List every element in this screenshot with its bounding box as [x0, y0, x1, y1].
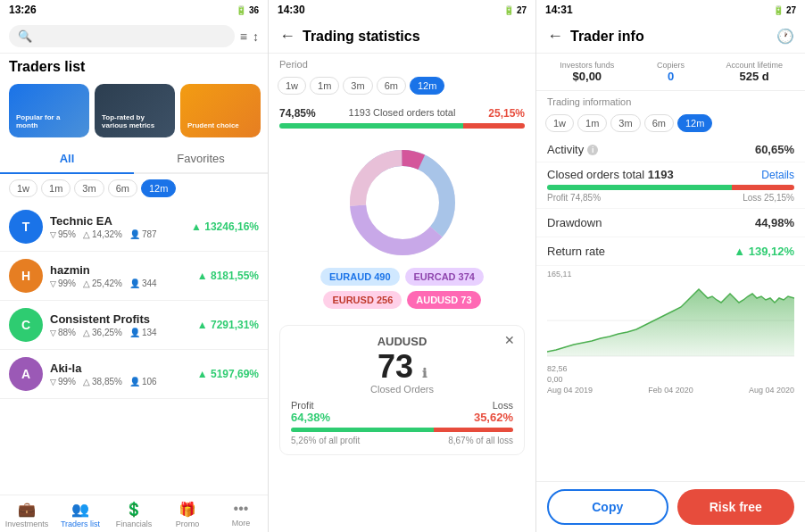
battery-icon-1: 🔋	[236, 5, 246, 15]
chart-mid-label: 82,56	[547, 364, 794, 373]
trader-stats-2: ▽88% △36,25% 👤134	[50, 328, 190, 337]
info-icon-card: ℹ	[422, 366, 427, 380]
history-icon[interactable]: 🕐	[776, 28, 794, 45]
profit-label-card: Profit	[291, 400, 330, 411]
nav-investments[interactable]: 💼 Investments	[0, 501, 54, 528]
nav-financials[interactable]: 💲 Financials	[107, 501, 161, 528]
pill-3m[interactable]: 3m	[74, 179, 104, 197]
copy-button[interactable]: Copy	[547, 489, 668, 525]
profit-value-card: 64,38%	[291, 411, 330, 424]
time-3: 14:31	[545, 4, 573, 16]
tag-eurusd[interactable]: EURUSD 256	[323, 291, 402, 309]
orders-label: Closed orders total 1193	[547, 168, 674, 181]
pill3-12m[interactable]: 12m	[677, 114, 712, 132]
trader-name-0: Technic EA	[50, 214, 184, 228]
tab-favorites[interactable]: Favorites	[134, 145, 268, 172]
pill3-6m[interactable]: 6m	[644, 114, 674, 132]
trader-info-hazmin: hazmin ▽99% △25,42% 👤344	[50, 263, 190, 288]
stats-header: ← Trading statistics	[269, 20, 535, 54]
card-profit: Profit 64,38%	[291, 400, 330, 424]
tag-eurcad[interactable]: EURCAD 374	[405, 268, 484, 286]
chart-section: 165,11 82,56 0,00 Aug 04 2019 Feb 04 202	[536, 266, 805, 481]
progress-labels: 74,85% 1193 Closed orders total 25,15%	[279, 107, 525, 120]
details-link[interactable]: Details	[761, 169, 794, 181]
orders-loss-label: Loss 25,15%	[743, 193, 794, 203]
risk-free-button[interactable]: Risk free	[677, 489, 795, 525]
trader-info-consistent: Consistent Profits ▽88% △36,25% 👤134	[50, 312, 190, 337]
donut-section: EURAUD 490 EURCAD 374 EURUSD 256 AUDUSD …	[269, 136, 535, 318]
filter-icon-1[interactable]: ≡	[240, 29, 247, 44]
growth-icon-1: △	[83, 278, 90, 288]
card-subtitle: Closed Orders	[291, 384, 513, 395]
pill2-3m[interactable]: 3m	[343, 77, 372, 95]
time-2: 14:30	[278, 4, 305, 16]
audusd-card: ✕ AUDUSD 73 ℹ Closed Orders Profit 64,38…	[279, 325, 525, 455]
lifetime-label: Account lifetime	[714, 61, 794, 70]
back-button-stats[interactable]: ←	[279, 27, 295, 46]
section-title: Traders list	[0, 54, 268, 77]
trader-item-3[interactable]: A Aki-la ▽99% △38,85% 👤106 ▲ 5197,69%	[0, 350, 268, 399]
back-button-info[interactable]: ←	[547, 27, 563, 46]
reliability-icon-0: ▽	[50, 230, 56, 239]
status-icons-1: 🔋 36	[236, 5, 259, 15]
search-field[interactable]: 🔍	[9, 25, 235, 47]
avatar-consistent: C	[9, 308, 43, 342]
donut-chart	[344, 145, 461, 261]
funds-label: Investors funds	[547, 61, 627, 70]
pill2-6m[interactable]: 6m	[377, 77, 406, 95]
sort-icon[interactable]: ↕	[253, 29, 259, 44]
card-close-button[interactable]: ✕	[504, 333, 515, 347]
copiers-value: 0	[631, 70, 711, 83]
stats-progress-section: 74,85% 1193 Closed orders total 25,15%	[269, 100, 535, 136]
period-pills-1: 1w 1m 3m 6m 12m	[0, 174, 268, 203]
banner-prudent[interactable]: Prudent choice	[180, 84, 261, 137]
nav-more[interactable]: ••• More	[214, 501, 268, 528]
return-rate-row: Return rate ▲ 139,12%	[536, 237, 805, 266]
pill-6m[interactable]: 6m	[108, 179, 137, 197]
profit-bar	[279, 123, 463, 129]
battery-icon-3: 🔋	[773, 5, 784, 15]
currency-tags: EURAUD 490 EURCAD 374 EURUSD 256 AUDUSD …	[279, 268, 525, 309]
nav-traders-list[interactable]: 👥 Traders list	[54, 501, 107, 528]
followers-icon-2: 👤	[129, 328, 140, 337]
chart-labels-top: 165,11	[547, 270, 794, 278]
trader-item-2[interactable]: C Consistent Profits ▽88% △36,25% 👤134 ▲…	[0, 301, 268, 350]
trader-return-0: ▲ 13246,16%	[191, 220, 259, 233]
traders-icon: 👥	[71, 501, 89, 518]
search-icon: 🔍	[18, 29, 32, 43]
pill3-1m[interactable]: 1m	[577, 114, 607, 132]
pill-1m[interactable]: 1m	[41, 179, 71, 197]
followers-icon-1: 👤	[129, 278, 140, 288]
pill2-1m[interactable]: 1m	[310, 77, 339, 95]
banner-popular[interactable]: Popular for a month	[9, 84, 89, 137]
pill2-12m[interactable]: 12m	[410, 77, 444, 95]
copiers-label: Copiers	[631, 61, 711, 70]
promo-icon: 🎁	[178, 501, 196, 518]
trader-item-1[interactable]: H hazmin ▽99% △25,42% 👤344 ▲ 8181,55%	[0, 252, 268, 301]
chart-mid: 82,56	[547, 364, 568, 373]
avatar-hazmin: H	[9, 259, 43, 293]
chart-x-2: Aug 04 2020	[749, 386, 794, 395]
tab-all[interactable]: All	[0, 145, 134, 174]
nav-promo[interactable]: 🎁 Promo	[161, 501, 214, 528]
tag-euraud[interactable]: EURAUD 490	[320, 268, 399, 286]
pill3-3m[interactable]: 3m	[610, 114, 640, 132]
trader-return-2: ▲ 7291,31%	[197, 319, 259, 331]
pill-12m[interactable]: 12m	[141, 179, 176, 197]
trader-item-0[interactable]: T Technic EA ▽95% △14,32% 👤787 ▲ 13246,1…	[0, 203, 268, 252]
trader-return-1: ▲ 8181,55%	[197, 270, 259, 282]
orders-bar	[547, 185, 794, 190]
pill3-1w[interactable]: 1w	[545, 114, 574, 132]
trading-stats-panel: 14:30 🔋 27 ← Trading statistics Period 1…	[269, 0, 536, 532]
followers-icon-3: 👤	[129, 377, 140, 387]
pill2-1w[interactable]: 1w	[278, 77, 306, 95]
chart-bottom: 0,00	[547, 375, 563, 384]
status-icons-2: 🔋 27	[503, 5, 527, 15]
progress-bar-dual	[279, 123, 525, 129]
loss-pct: 25,15%	[488, 107, 525, 120]
banner-top-rated[interactable]: Top-rated by various metrics	[95, 84, 175, 137]
tag-audusd[interactable]: AUDUSD 73	[407, 291, 480, 309]
pill-1w[interactable]: 1w	[9, 179, 37, 197]
chart-x-1: Feb 04 2020	[648, 386, 693, 395]
battery-icon-2: 🔋	[503, 5, 514, 15]
